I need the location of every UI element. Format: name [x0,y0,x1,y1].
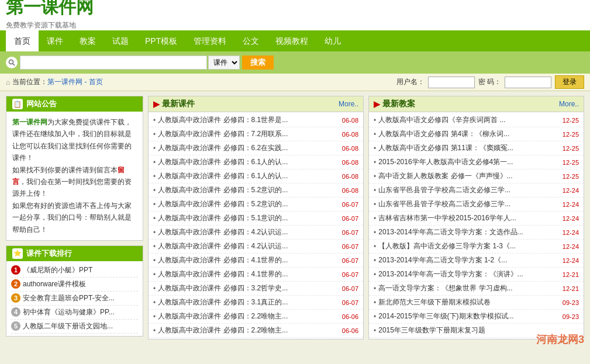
courseware-date: 06-08 [342,159,358,166]
location-text: 当前位置：第一课件网 - 首页 [12,77,103,87]
courseware-link[interactable]: 人教版高中政治课件 必修四：4.1世界的... [158,255,340,265]
courseware-link[interactable]: 人教版高中政治课件 必修四：5.1意识的... [158,213,340,223]
lesson-more-link[interactable]: More.. [559,100,579,108]
search-bar: 课件教案试题 搜索 [0,51,590,74]
item-dot: • [153,228,156,237]
lesson-link[interactable]: 人教版高中语文必修四《辛弃疾词两首 ... [378,115,560,125]
courseware-item: •人教版高中政治课件 必修四：5.2意识的...06-07 [149,197,363,212]
rank-link[interactable]: 人教版二年级下册语文园地... [23,321,113,331]
lesson-link[interactable]: 人教版高中语文必修四 第4课：《柳永词... [378,129,560,139]
courseware-link[interactable]: 人教版高中政治课件 必修四：3.2哲学史... [158,283,340,293]
courseware-item: •人教版高中政治课件 必修四：8.1世界是...06-08 [149,113,363,127]
lesson-link[interactable]: 2014-2015学年三年级(下)期末数学模拟试... [378,311,560,321]
item-dot: • [374,172,376,181]
item-dot: • [153,327,156,335]
password-label: 密 码： [478,77,501,87]
lesson-item: •山东省平邑县管子学校高二语文必修三学...12-24 [369,183,584,197]
lesson-link[interactable]: 高中语文新人教版教案 必修一《声声慢》... [378,171,560,181]
svg-point-0 [9,60,13,64]
nav-item-幼儿[interactable]: 幼儿 [316,30,349,51]
rank-link[interactable]: 安全教育主题班会PPT-安全... [23,293,115,303]
lesson-link[interactable]: 2015-2016学年人教版高中语文必修4第一... [378,157,560,167]
courseware-item: •人教版高中政治课件 必修四：2.2唯物主...06-06 [149,324,363,338]
nav-item-课件[interactable]: 课件 [39,30,71,51]
lesson-item: •2013-2014学年高二语文导学方案 1-2《...12-24 [369,254,584,268]
courseware-link[interactable]: 人教版高中政治课件 必修四：2.2唯物主... [158,325,340,335]
lesson-link[interactable]: 吉林省吉林市第一中学校2015-2016学年人... [378,213,560,223]
courseware-link[interactable]: 人教版高中政治课件 必修四：7.2用联系... [158,129,340,139]
rank-item: 1《威尼斯的小艇》PPT [11,264,138,278]
lesson-item: •吉林省吉林市第一中学校2015-2016学年人...12-24 [369,212,584,226]
nav-item-教案[interactable]: 教案 [71,30,104,51]
courseware-link[interactable]: 人教版高中政治课件 必修四：2.2唯物主... [158,311,340,321]
courseware-date: 06-08 [342,117,358,124]
courseware-date: 06-07 [342,243,358,250]
nav-item-视频教程[interactable]: 视频教程 [267,30,316,51]
lesson-item: •2015-2016学年人教版高中语文必修4第一...12-25 [369,155,584,169]
rank-link[interactable]: authorware课件模板 [23,279,86,289]
lesson-link[interactable]: 2013-2014学年高二语文导学方案：文选作品... [378,227,560,237]
courseware-item: •人教版高中政治课件 必修四：5.1意识的...06-07 [149,212,363,226]
lesson-date: 12-21 [563,271,579,278]
courseware-date: 06-06 [342,313,358,320]
lesson-link[interactable]: 山东省平邑县管子学校高二语文必修三学... [378,185,560,195]
courseware-link[interactable]: 人教版高中政治课件 必修四：4.2认识运... [158,227,340,237]
search-icon [6,57,18,68]
courseware-date: 06-07 [342,201,358,208]
nav-bar: 首页课件教案试题PPT模板管理资料公文视频教程幼儿 [0,30,590,51]
rank-title: 课件下载排行 [26,248,72,259]
nav-item-管理资料[interactable]: 管理资料 [185,30,234,51]
courseware-link[interactable]: 人教版高中政治课件 必修四：8.1世界是... [158,115,340,125]
courseware-link[interactable]: 人教版高中政治课件 必修四：4.1世界的... [158,269,340,279]
item-dot: • [153,172,156,181]
item-dot: • [153,186,156,195]
item-dot: • [374,327,376,335]
lesson-link[interactable]: 新北师范大三年级下册期末模拟试卷 [378,297,560,307]
courseware-more-link[interactable]: More.. [339,100,358,108]
lesson-link[interactable]: 2013-2014学年高一语文导学方案：《演讲》... [378,269,560,279]
svg-line-1 [13,64,15,65]
item-dot: • [374,228,376,237]
rank-number: 2 [11,279,20,289]
search-type-select[interactable]: 课件教案试题 [208,56,240,70]
courseware-link[interactable]: 人教版高中政治课件 必修四：6.1人的认... [158,157,340,167]
lesson-link[interactable]: 【人教版】高中语文必修三导学方案 1-3《... [378,241,560,251]
password-input[interactable] [505,77,551,88]
nav-item-首页[interactable]: 首页 [6,30,39,51]
search-input[interactable] [20,56,207,70]
notice-green-link[interactable]: 第一课件网 [12,118,47,126]
location-link[interactable]: 第一课件网 - 首页 [47,78,103,86]
username-input[interactable] [428,77,475,88]
courseware-panel-title: ▶ 最新课件 [153,99,195,109]
lesson-date: 12-25 [563,145,579,152]
lesson-link[interactable]: 人教版高中语文必修四 第11课：《窦娥冤... [378,143,560,153]
login-button[interactable]: 登录 [555,75,584,89]
courseware-date: 06-08 [342,131,358,138]
sidebar: 📋 网站公告 第一课件网为大家免费提供课件下载，课件还在继续加入中，我们的目标就… [6,96,143,339]
nav-item-公文[interactable]: 公文 [234,30,267,51]
rank-item: 4初中体育《运动与健康》PP... [11,306,138,320]
lesson-item: •人教版高中语文必修四《辛弃疾词两首 ...12-25 [369,113,584,127]
courseware-link[interactable]: 人教版高中政治课件 必修四：5.2意识的... [158,185,340,195]
lesson-link[interactable]: 2013-2014学年高二语文导学方案 1-2《... [378,255,560,265]
courseware-item: •人教版高中政治课件 必修四：3.2哲学史...06-07 [149,282,363,296]
courseware-link[interactable]: 人教版高中政治课件 必修四：5.2意识的... [158,199,340,209]
lesson-link[interactable]: 山东省平邑县管子学校高二语文必修三学... [378,199,560,209]
rank-link[interactable]: 初中体育《运动与健康》PP... [23,307,114,317]
courseware-link[interactable]: 人教版高中政治课件 必修四：6.1人的认... [158,171,340,181]
rank-link[interactable]: 《威尼斯的小艇》PPT [23,265,92,275]
courseware-link[interactable]: 人教版高中政治课件 必修四：4.2认识运... [158,241,340,251]
courseware-link[interactable]: 人教版高中政治课件 必修四：6.2在实践... [158,143,340,153]
courseware-link[interactable]: 人教版高中政治课件 必修四：3.1真正的... [158,297,340,307]
nav-item-试题[interactable]: 试题 [104,30,137,51]
lesson-link[interactable]: 高一语文导学方案：《想象世界 学习虚构... [378,283,560,293]
notice-red-link[interactable]: 留言 [12,166,125,186]
search-button[interactable]: 搜索 [242,56,274,70]
lesson-date: 09-23 [563,313,579,320]
lesson-item: •高中语文新人教版教案 必修一《声声慢》...12-25 [369,169,584,183]
courseware-list: •人教版高中政治课件 必修四：8.1世界是...06-08•人教版高中政治课件 … [149,112,363,339]
lesson-date: 12-24 [563,201,579,208]
courseware-item: •人教版高中政治课件 必修四：4.2认识运...06-07 [149,226,363,240]
nav-item-PPT模板[interactable]: PPT模板 [137,30,185,51]
courseware-date: 06-07 [342,257,358,264]
